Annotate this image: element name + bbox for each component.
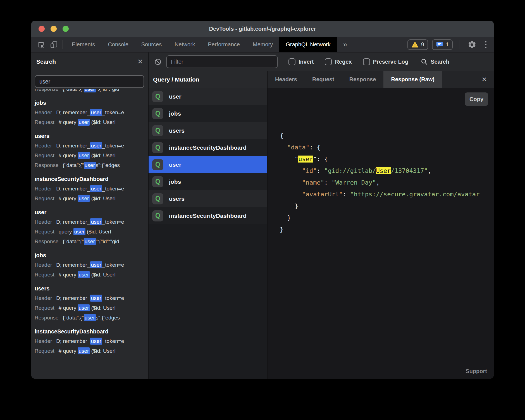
search-result-line: HeaderD; remember_user_token=e	[35, 260, 148, 270]
search-line-label: Header	[35, 262, 52, 268]
devtools-main: Search ✕ Response{"data":{"user":{"id":"…	[31, 52, 494, 379]
device-toolbar-icon[interactable]	[47, 37, 60, 52]
search-line-label: Response	[35, 162, 59, 168]
tab-console[interactable]: Console	[101, 37, 135, 52]
search-panel-close-icon[interactable]: ✕	[137, 58, 143, 65]
close-window-button[interactable]	[39, 26, 45, 32]
more-tabs-chevron[interactable]: »	[337, 37, 353, 52]
json-line: "avatarUrl": "https://secure.gravatar.co…	[280, 188, 494, 200]
query-type-icon: Q	[152, 210, 163, 221]
search-result-entry[interactable]: usersHeaderD; remember_user_token=eReque…	[35, 284, 148, 323]
response-raw-view: Copy { "data": { "user": { "id": "gid://…	[268, 88, 494, 364]
checkbox-box-invert[interactable]	[288, 58, 295, 65]
search-result-title: user	[35, 207, 148, 217]
query-row-label: instanceSecurityDashboard	[169, 144, 247, 151]
search-result-partial-row[interactable]: Response{"data":{"user":{"id":"gid	[35, 89, 148, 94]
search-result-entry[interactable]: instanceSecurityDashboardHeaderD; rememb…	[35, 174, 148, 203]
search-line-label: Response	[35, 89, 59, 92]
json-line: {	[280, 130, 494, 142]
search-panel: Search ✕ Response{"data":{"user":{"id":"…	[31, 52, 149, 379]
network-content: Query / Mutation QuserQjobsQusersQinstan…	[149, 71, 494, 379]
query-row-jobs[interactable]: Qjobs	[149, 173, 267, 190]
query-type-icon: Q	[152, 159, 163, 170]
query-row-user[interactable]: Quser	[149, 156, 267, 173]
query-row-instancesecuritydashboard[interactable]: QinstanceSecurityDashboard	[149, 207, 267, 224]
window-title: DevTools - gitlab.com/-/graphql-explorer	[209, 26, 316, 32]
json-line: "name": "Warren Day",	[280, 177, 494, 188]
search-result-line: HeaderD; remember_user_token=e	[35, 217, 148, 227]
devtools-tabbar: ElementsConsoleSourcesNetworkPerformance…	[31, 37, 494, 52]
copy-button[interactable]: Copy	[465, 92, 488, 106]
json-match-highlight: user	[298, 156, 313, 163]
search-line-label: Request	[35, 152, 54, 158]
search-match-highlight: user	[90, 261, 102, 268]
checkbox-invert[interactable]: Invert	[288, 58, 314, 65]
settings-gear-icon[interactable]	[466, 40, 478, 49]
tab-network[interactable]: Network	[168, 37, 201, 52]
query-type-icon: Q	[152, 193, 163, 204]
clear-requests-icon[interactable]	[154, 58, 162, 66]
search-result-entry[interactable]: usersHeaderD; remember_user_token=eReque…	[35, 131, 148, 170]
search-match-highlight: user	[78, 271, 90, 278]
detail-tab-response[interactable]: Response	[342, 71, 384, 88]
query-type-icon: Q	[152, 91, 163, 102]
message-count: 1	[446, 41, 449, 48]
checkbox-regex[interactable]: Regex	[325, 58, 352, 65]
checkbox-label-preserve-log: Preserve Log	[373, 59, 409, 65]
query-row-users[interactable]: Qusers	[149, 190, 267, 207]
checkbox-label-regex: Regex	[335, 59, 352, 65]
search-result-entry[interactable]: instanceSecurityDashboardHeaderD; rememb…	[35, 327, 148, 356]
search-match-highlight: user	[78, 152, 90, 159]
support-link[interactable]: Support	[466, 368, 487, 374]
search-match-highlight: user	[84, 238, 96, 245]
filter-input[interactable]	[166, 55, 278, 68]
search-line-label: Request	[35, 229, 54, 235]
search-result-title: instanceSecurityDashboard	[35, 174, 148, 184]
inspect-element-icon[interactable]	[35, 37, 47, 52]
search-result-entry[interactable]: jobsHeaderD; remember_user_token=eReques…	[35, 250, 148, 280]
tab-elements[interactable]: Elements	[65, 37, 101, 52]
tab-performance[interactable]: Performance	[202, 37, 247, 52]
message-icon	[436, 41, 443, 48]
warning-icon	[411, 41, 419, 48]
kebab-menu-icon[interactable]	[482, 41, 489, 48]
search-line-label: Response	[35, 238, 59, 244]
toolbar-search-button[interactable]: Search	[421, 58, 449, 65]
checkbox-preserve-log[interactable]: Preserve Log	[363, 58, 409, 65]
zoom-window-button[interactable]	[63, 26, 69, 32]
detail-tab-request[interactable]: Request	[305, 71, 342, 88]
search-panel-header: Search ✕	[31, 52, 148, 71]
query-row-user[interactable]: Quser	[149, 88, 267, 105]
tab-sources[interactable]: Sources	[135, 37, 168, 52]
search-match-highlight: user	[90, 218, 102, 225]
checkbox-box-preserve-log[interactable]	[363, 58, 370, 65]
warnings-badge[interactable]: 9	[407, 39, 428, 50]
search-result-entry[interactable]: jobsHeaderD; remember_user_token=eReques…	[35, 98, 148, 127]
query-row-users[interactable]: Qusers	[149, 122, 267, 139]
search-input[interactable]	[35, 75, 144, 88]
search-result-line: Request# query user ($id: UserI	[35, 270, 148, 280]
details-tabs: HeadersRequestResponseResponse (Raw) ✕	[268, 71, 494, 88]
json-line: "user": {	[280, 153, 494, 165]
search-result-entry[interactable]: userHeaderD; remember_user_token=eReques…	[35, 207, 148, 246]
minimize-window-button[interactable]	[51, 26, 57, 32]
search-match-highlight: user	[84, 89, 96, 92]
search-line-label: Header	[35, 338, 52, 344]
tab-memory[interactable]: Memory	[246, 37, 279, 52]
search-match-highlight: user	[78, 347, 90, 354]
details-close-icon[interactable]: ✕	[482, 71, 494, 88]
query-row-instancesecuritydashboard[interactable]: QinstanceSecurityDashboard	[149, 139, 267, 156]
detail-tab-headers[interactable]: Headers	[268, 71, 305, 88]
tab-graphql-network[interactable]: GraphQL Network	[279, 37, 337, 52]
query-row-jobs[interactable]: Qjobs	[149, 105, 267, 122]
search-result-line: Requestquery user ($id: UserI	[35, 227, 148, 237]
issues-badge[interactable]: 1	[432, 39, 453, 50]
detail-tab-response-raw[interactable]: Response (Raw)	[383, 71, 442, 88]
traffic-lights	[39, 21, 69, 37]
search-result-line: Request# query user ($id: UserI	[35, 151, 148, 160]
search-match-highlight: user	[73, 228, 85, 235]
warning-count: 9	[421, 41, 424, 48]
checkbox-box-regex[interactable]	[325, 58, 332, 65]
json-line: }	[280, 212, 494, 224]
json-line: }	[280, 224, 494, 235]
